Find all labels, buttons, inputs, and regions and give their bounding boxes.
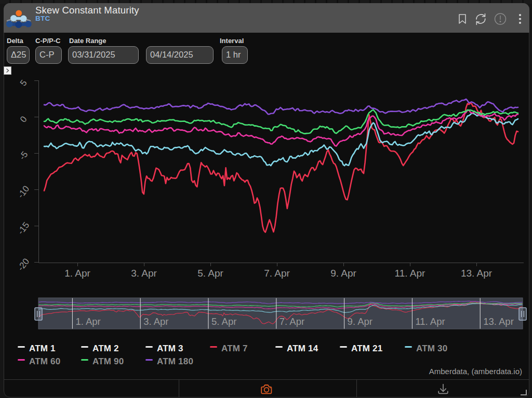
svg-text:-20: -20 xyxy=(16,256,31,272)
svg-text:11. Apr: 11. Apr xyxy=(395,268,425,279)
svg-text:-5: -5 xyxy=(17,149,30,162)
svg-text:13. Apr: 13. Apr xyxy=(483,316,514,327)
svg-text:-15: -15 xyxy=(16,220,31,236)
svg-text:9. Apr: 9. Apr xyxy=(348,316,373,327)
svg-text:7. Apr: 7. Apr xyxy=(280,316,304,327)
svg-text:0: 0 xyxy=(18,114,29,124)
svg-text:5. Apr: 5. Apr xyxy=(197,268,223,279)
svg-text:1. Apr: 1. Apr xyxy=(64,268,90,279)
svg-text:13. Apr: 13. Apr xyxy=(461,268,493,279)
svg-text:5. Apr: 5. Apr xyxy=(211,316,236,327)
svg-text:5: 5 xyxy=(18,78,29,88)
svg-text:3. Apr: 3. Apr xyxy=(131,268,157,279)
svg-text:9. Apr: 9. Apr xyxy=(330,268,356,279)
svg-text:7. Apr: 7. Apr xyxy=(264,268,290,279)
svg-text:11. Apr: 11. Apr xyxy=(415,316,445,327)
svg-text:3. Apr: 3. Apr xyxy=(143,316,168,327)
svg-text:1. Apr: 1. Apr xyxy=(75,316,100,327)
svg-text:-10: -10 xyxy=(16,184,31,200)
